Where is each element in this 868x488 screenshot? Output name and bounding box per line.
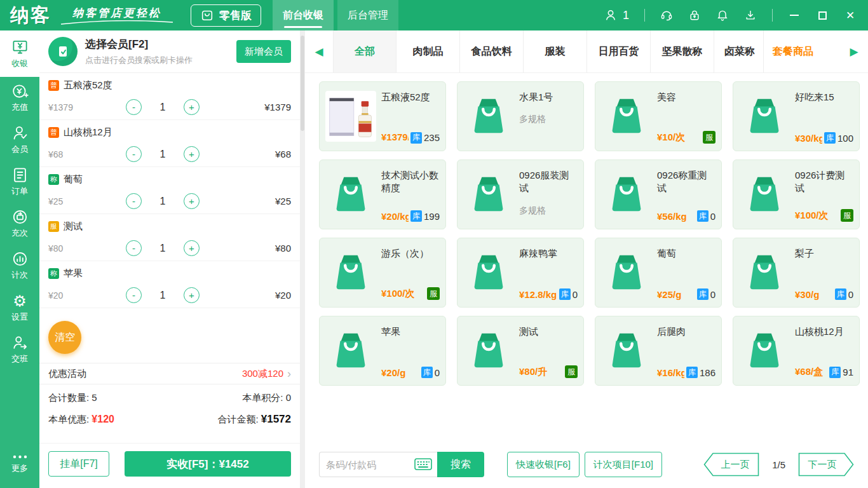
support-headset-icon[interactable] bbox=[660, 9, 673, 22]
product-card[interactable]: 测试 ¥80/升 服 库 bbox=[457, 316, 584, 386]
increase-qty-button[interactable]: + bbox=[184, 99, 200, 115]
category-scroll-left-button[interactable]: ◀ bbox=[305, 30, 333, 72]
main-tabs: 前台收银 后台管理 bbox=[273, 0, 402, 30]
product-card[interactable]: 苹果 ¥20/g 服 库 0 bbox=[319, 316, 446, 386]
decrease-qty-button[interactable]: - bbox=[126, 99, 142, 115]
tab-front-cashier[interactable]: 前台收银 bbox=[273, 0, 334, 30]
cart-panel: 选择会员[F2] 点击进行会员搜索或刷卡操作 新增会员 普 五粮液52度 ¥13… bbox=[39, 30, 300, 488]
cart-scrollbar[interactable] bbox=[300, 30, 305, 488]
product-card[interactable]: 技术测试小数精度 ¥20/kg 服 库 199 bbox=[319, 159, 446, 229]
category-scroll-right-button[interactable]: ▶ bbox=[840, 30, 868, 72]
product-card[interactable]: 五粮液52度 ¥1379/升 服 库 235 bbox=[319, 81, 446, 151]
sidebar-item-count-times[interactable]: 计次 bbox=[0, 245, 39, 287]
add-member-button[interactable]: 新增会员 bbox=[236, 40, 291, 63]
product-card[interactable]: 0926计费测试 ¥100/次 服 库 bbox=[733, 159, 860, 229]
sidebar-item-cashier[interactable]: 收银 bbox=[0, 30, 39, 77]
lock-icon[interactable] bbox=[688, 9, 701, 22]
stock-badge: 库 bbox=[410, 132, 422, 144]
category-tab-all[interactable]: 全部 bbox=[333, 30, 397, 72]
sidebar-item-member[interactable]: 会员 bbox=[0, 119, 39, 161]
category-tab-food-drink[interactable]: 食品饮料 bbox=[460, 30, 524, 72]
cart-item-name: 测试 bbox=[64, 220, 83, 233]
product-bag-icon bbox=[466, 94, 511, 139]
cart-item-row: 服 测试 ¥80 - 1 + ¥80 bbox=[39, 214, 300, 261]
product-name: 梨子 bbox=[795, 247, 853, 260]
user-count[interactable]: 1 bbox=[604, 8, 629, 22]
promotion-value: 300减120 bbox=[242, 368, 283, 380]
sidebar-item-recharge[interactable]: 充值 bbox=[0, 77, 39, 119]
product-price: ¥68/盒 bbox=[795, 366, 823, 378]
product-card[interactable]: 水果1号 多规格 服 库 bbox=[457, 81, 584, 151]
slogan: 纳客管店更轻松 bbox=[60, 6, 174, 25]
product-card[interactable]: 山核桃12月 ¥68/盒 服 库 91 bbox=[733, 316, 860, 386]
decrease-qty-button[interactable]: - bbox=[126, 287, 142, 303]
increase-qty-button[interactable]: + bbox=[184, 240, 200, 256]
keyboard-icon[interactable] bbox=[414, 458, 432, 470]
product-price: ¥25/g bbox=[657, 289, 681, 300]
sidebar-item-orders[interactable]: 订单 bbox=[0, 161, 39, 203]
close-button[interactable]: ✕ bbox=[844, 9, 857, 22]
increase-qty-button[interactable]: + bbox=[184, 193, 200, 209]
minimize-button[interactable] bbox=[788, 9, 801, 22]
clear-cart-button[interactable]: 清空 bbox=[48, 321, 81, 354]
item-type-badge: 称 bbox=[48, 174, 59, 185]
quick-cashier-button[interactable]: 快速收银[F6] bbox=[507, 452, 580, 477]
sidebar-item-settings[interactable]: ⚙ 设置 bbox=[0, 287, 39, 329]
hold-order-button[interactable]: 挂单[F7] bbox=[48, 451, 109, 477]
product-bag-icon bbox=[466, 329, 511, 373]
decrease-qty-button[interactable]: - bbox=[126, 193, 142, 209]
bottom-action-bar: 搜索 快速收银[F6] 计次项目[F10] 上一页 1/5 下一页 bbox=[305, 446, 868, 488]
orders-clipboard-icon bbox=[11, 166, 29, 184]
product-bag-icon bbox=[742, 329, 787, 373]
search-button[interactable]: 搜索 bbox=[437, 452, 484, 477]
page-indicator: 1/5 bbox=[772, 459, 785, 470]
category-tab-braised[interactable]: 卤菜称 bbox=[714, 30, 764, 72]
stock-badge: 库 bbox=[697, 288, 709, 300]
category-tab-nuts[interactable]: 坚果散称 bbox=[651, 30, 714, 72]
notification-bell-icon[interactable] bbox=[716, 9, 729, 22]
stock-count: 235 bbox=[424, 132, 440, 143]
download-icon[interactable] bbox=[744, 9, 757, 22]
prev-page-button[interactable]: 上一页 bbox=[703, 452, 759, 477]
product-card[interactable]: 美容 ¥10/次 服 库 bbox=[595, 81, 722, 151]
scrollbar-thumb[interactable] bbox=[301, 36, 304, 131]
category-tab-clothing[interactable]: 服装 bbox=[524, 30, 587, 72]
tab-back-manage[interactable]: 后台管理 bbox=[337, 0, 398, 30]
product-card[interactable]: 梨子 ¥30/g 服 库 0 bbox=[733, 238, 860, 308]
next-page-button[interactable]: 下一页 bbox=[798, 452, 854, 477]
decrease-qty-button[interactable]: - bbox=[126, 146, 142, 162]
pay-button[interactable]: 实收[F5]：¥1452 bbox=[125, 451, 291, 477]
shift-handover-icon bbox=[11, 334, 29, 351]
decrease-qty-button[interactable]: - bbox=[126, 240, 142, 256]
select-member-area[interactable]: 选择会员[F2] 点击进行会员搜索或刷卡操作 新增会员 bbox=[39, 30, 300, 73]
topbar: 纳客 纳客管店更轻松 零售版 前台收银 后台管理 1 bbox=[0, 0, 868, 30]
item-type-badge: 服 bbox=[48, 221, 59, 232]
stock-count: 91 bbox=[843, 367, 853, 377]
product-card[interactable]: 好吃来15 ¥30/kg 服 库 100 bbox=[733, 81, 860, 151]
category-tab-combo[interactable]: 套餐商品 bbox=[764, 30, 822, 72]
count-project-button[interactable]: 计次项目[F10] bbox=[585, 452, 662, 477]
increase-qty-button[interactable]: + bbox=[184, 146, 200, 162]
product-card[interactable]: 0926服装测试 多规格 服 库 bbox=[457, 159, 584, 229]
sidebar-item-shift[interactable]: 交班 bbox=[0, 329, 39, 370]
product-card[interactable]: 葡萄 ¥25/g 服 库 0 bbox=[595, 238, 722, 308]
promotion-row[interactable]: 优惠活动 300减120 › bbox=[39, 363, 300, 384]
product-bag-icon bbox=[604, 172, 649, 217]
order-summary: 合计数量: 5 本单积分: 0 本单优惠: ¥120 合计金额: ¥1572 bbox=[39, 384, 300, 433]
product-card[interactable]: 游乐（次） ¥100/次 服 库 bbox=[319, 238, 446, 308]
product-bag-icon bbox=[604, 329, 649, 373]
product-card[interactable]: 麻辣鸭掌 ¥12.8/kg 服 库 0 bbox=[457, 238, 584, 308]
cart-item-name: 葡萄 bbox=[64, 173, 83, 186]
product-card[interactable]: 后腿肉 ¥16/kg 服 库 186 bbox=[595, 316, 722, 386]
increase-qty-button[interactable]: + bbox=[184, 287, 200, 303]
category-tab-meat[interactable]: 肉制品 bbox=[397, 30, 460, 72]
category-tab-daily[interactable]: 日用百货 bbox=[587, 30, 651, 72]
sidebar-item-recharge-times[interactable]: 充次 bbox=[0, 203, 39, 245]
app-logo: 纳客 bbox=[10, 3, 51, 29]
item-type-badge: 普 bbox=[48, 80, 59, 91]
product-card[interactable]: 0926称重测试 ¥56/kg 服 库 0 bbox=[595, 159, 722, 229]
sidebar-item-more[interactable]: 更多 bbox=[0, 442, 39, 484]
sidebar: 收银 充值 会员 订单 充次 计次 ⚙ 设置 交班 更多 bbox=[0, 30, 39, 488]
cart-item-row: 普 山核桃12月 ¥68 - 1 + ¥68 bbox=[39, 120, 300, 167]
maximize-button[interactable] bbox=[816, 9, 829, 22]
